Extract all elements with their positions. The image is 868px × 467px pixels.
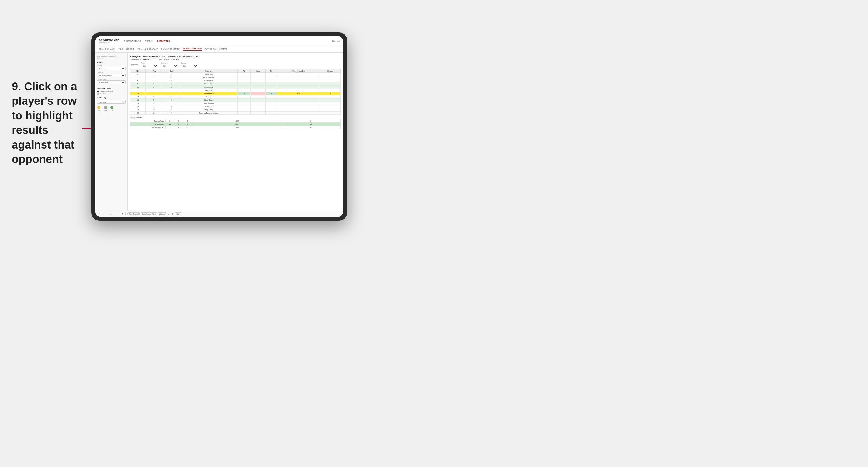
table-row[interactable]: 31Esther Lee bbox=[130, 73, 341, 76]
more-button[interactable]: ⋯ bbox=[117, 213, 120, 215]
records-row: Overall Record: 353 - 34 - 6 Division Re… bbox=[130, 59, 341, 60]
legend-circle-up bbox=[110, 106, 113, 109]
colour-by-title: Colour by bbox=[97, 96, 126, 99]
out-table-row[interactable]: NCAA Division 2 5 0 0 7.400 10 bbox=[130, 126, 341, 129]
main-content: Last Updated: 27/03/2024 16:55:38 Player… bbox=[95, 53, 343, 211]
logo: SCOREBOARD Powered by clippi bbox=[99, 39, 120, 43]
legend-up: Up bbox=[110, 106, 113, 111]
col-header-reg: # Reg bbox=[145, 69, 162, 73]
right-panel: Katelyn Vo Head-to-Head Grid for Women's… bbox=[128, 53, 343, 211]
legend-label-level: Level bbox=[104, 110, 107, 111]
toolbar-sep-1 bbox=[125, 213, 126, 215]
resize-button[interactable]: ⤢ bbox=[167, 213, 170, 215]
gender-select[interactable]: Women's bbox=[97, 67, 126, 70]
last-updated-label: Last Updated: 27/03/2024 bbox=[97, 55, 126, 57]
sub-nav: TEAM SUMMARY TEAM H2H GRID TEAM H2H HEAT… bbox=[95, 46, 343, 53]
back-button[interactable]: ⤻ bbox=[105, 213, 108, 215]
division-label: Division bbox=[97, 71, 126, 73]
filter-conference-select[interactable]: (All) bbox=[161, 64, 178, 67]
sub-nav-player-summary[interactable]: PLAYER SUMMARY bbox=[161, 48, 180, 51]
filters-row: Opponents: Region (All) Conference (All) bbox=[130, 62, 341, 67]
nav-teams[interactable]: TEAMS bbox=[145, 40, 153, 42]
tablet-frame: SCOREBOARD Powered by clippi TOURNAMENTS… bbox=[91, 32, 347, 221]
legend-label-up: Up bbox=[111, 110, 113, 111]
filter-opponent: Opponent (All) bbox=[181, 62, 198, 67]
nav-bar: SCOREBOARD Powered by clippi TOURNAMENTS… bbox=[95, 36, 343, 46]
opponent-view-title: Opponent view bbox=[97, 87, 126, 89]
col-header-loss: Loss bbox=[251, 69, 266, 73]
opponents-label: Opponents: bbox=[130, 64, 138, 66]
nav-tournaments[interactable]: TOURNAMENTS bbox=[124, 40, 141, 42]
overall-record: Overall Record: 353 - 34 - 6 bbox=[130, 59, 152, 60]
refresh-button[interactable]: ↺ bbox=[121, 213, 124, 215]
col-header-rounds: Rounds bbox=[320, 69, 340, 73]
save-custom-view-button[interactable]: Save Custom View bbox=[141, 213, 157, 215]
timestamp: 16:55:38 bbox=[97, 57, 126, 59]
table-row[interactable]: 19106Emily Chang bbox=[130, 108, 341, 112]
radio-dot-opponents-played bbox=[97, 91, 99, 92]
legend-row: Down Level Up bbox=[97, 106, 126, 111]
out-of-division-label: Out of division bbox=[130, 117, 341, 118]
left-panel: Last Updated: 27/03/2024 16:55:38 Player… bbox=[95, 53, 128, 211]
player-section-title: Player bbox=[97, 62, 126, 64]
h2h-table: # Div # Reg # Conf Opponent Win Loss Tie… bbox=[130, 69, 341, 115]
undo-button[interactable]: ↩ bbox=[98, 213, 100, 215]
nav-links: TOURNAMENTS TEAMS COMMITTEE bbox=[124, 40, 332, 42]
tablet-screen: SCOREBOARD Powered by clippi TOURNAMENTS… bbox=[95, 36, 343, 217]
nav-committee[interactable]: COMMITTEE bbox=[157, 40, 170, 42]
annotation-text: 9. Click on a player's row to highlight … bbox=[12, 80, 83, 166]
col-header-conf: # Conf bbox=[162, 69, 180, 73]
redo-button[interactable]: ↪ bbox=[101, 213, 104, 215]
player-rank-select[interactable]: 8. Katelyn Vo bbox=[97, 80, 126, 84]
table-row[interactable]: 1474Eunice Yi bbox=[130, 95, 341, 99]
out-of-division-table: Foreign Team 1 0 0 4.500 2 NAIA Division… bbox=[130, 119, 341, 129]
table-row[interactable]: 522Alexis Sudjianto bbox=[130, 76, 341, 79]
filter-region-select[interactable]: (All) bbox=[141, 64, 158, 67]
copy-button[interactable]: ❐ bbox=[109, 213, 112, 215]
share-button[interactable]: Share bbox=[175, 213, 182, 215]
radio-opponents-played[interactable]: Opponents Played bbox=[97, 91, 126, 92]
col-header-opponent: Opponent bbox=[180, 69, 238, 73]
legend-circle-down bbox=[97, 106, 100, 109]
cut-button[interactable]: ✂ bbox=[113, 213, 116, 215]
radio-dot-top-100 bbox=[97, 93, 99, 95]
table-row[interactable]: 1822Euna Lee bbox=[130, 105, 341, 108]
legend-label-down: Down bbox=[97, 110, 101, 111]
col-header-diff: Diff Av Strokes/Rnd bbox=[277, 69, 320, 73]
sub-nav-team-summary[interactable]: TEAM SUMMARY bbox=[99, 48, 116, 51]
opponent-view-radio-group: Opponents Played Top 100 bbox=[97, 91, 126, 95]
division-select[interactable]: NCAA Division III bbox=[97, 73, 126, 77]
out-table-row[interactable]: NAIA Division 1 15 0 0 9.267 30 bbox=[130, 123, 341, 126]
grid-title: Katelyn Vo Head-to-Head Grid for Women's… bbox=[130, 55, 341, 58]
out-table-row[interactable]: Foreign Team 1 0 0 4.500 2 bbox=[130, 120, 341, 123]
filter-region: Region (All) bbox=[141, 62, 158, 67]
table-row[interactable]: 20117Federica Domecq Lacroze bbox=[130, 112, 341, 115]
filter-opponent-select[interactable]: (All) bbox=[181, 64, 198, 67]
table-row[interactable]: 1691Jessica Mason bbox=[130, 102, 341, 105]
filter-conference: Conference (All) bbox=[161, 62, 178, 67]
table-row[interactable]: 1585Stella Chang bbox=[130, 99, 341, 102]
col-header-div: # Div bbox=[130, 69, 146, 73]
gender-label: Gender bbox=[97, 65, 126, 66]
sub-nav-team-h2h-heatmap[interactable]: TEAM H2H HEATMAP bbox=[137, 48, 158, 51]
sub-nav-player-h2h-heatmap[interactable]: PLAYER H2H HEATMAP bbox=[205, 48, 227, 51]
table-row[interactable]: 613Sydney Kuo bbox=[130, 79, 341, 83]
sub-nav-player-h2h-grid[interactable]: PLAYER H2H GRID bbox=[183, 48, 202, 51]
radio-top-100[interactable]: Top 100 bbox=[97, 93, 126, 95]
legend-level: Level bbox=[104, 106, 107, 111]
table-row[interactable]: 914Sharon Mun bbox=[130, 83, 341, 86]
colour-select[interactable]: Win/Loss bbox=[97, 100, 126, 103]
logo-sub: Powered by clippi bbox=[99, 42, 120, 43]
layout-button[interactable]: ⊞ bbox=[171, 213, 174, 215]
view-original-button[interactable]: View: Original bbox=[127, 213, 140, 215]
player-rank-label: Player (Rank) bbox=[97, 78, 126, 80]
watch-button[interactable]: Watch ▾ bbox=[158, 213, 166, 215]
bottom-toolbar: ↩ ↪ ⤻ ❐ ✂ ⋯ ↺ View: Original Save Custom… bbox=[95, 211, 343, 217]
sign-out-button[interactable]: Sign out bbox=[332, 40, 340, 42]
table-row[interactable]: 1063Andrea York bbox=[130, 86, 341, 89]
col-header-win: Win bbox=[238, 69, 251, 73]
sub-nav-team-h2h-grid[interactable]: TEAM H2H GRID bbox=[119, 48, 135, 51]
legend-circle-level bbox=[104, 106, 107, 109]
table-row[interactable]: Haejo Hyun bbox=[130, 89, 341, 92]
table-row-selected[interactable]: 131Jessica Huang 0 1 0 -3.00 2 bbox=[130, 92, 341, 95]
